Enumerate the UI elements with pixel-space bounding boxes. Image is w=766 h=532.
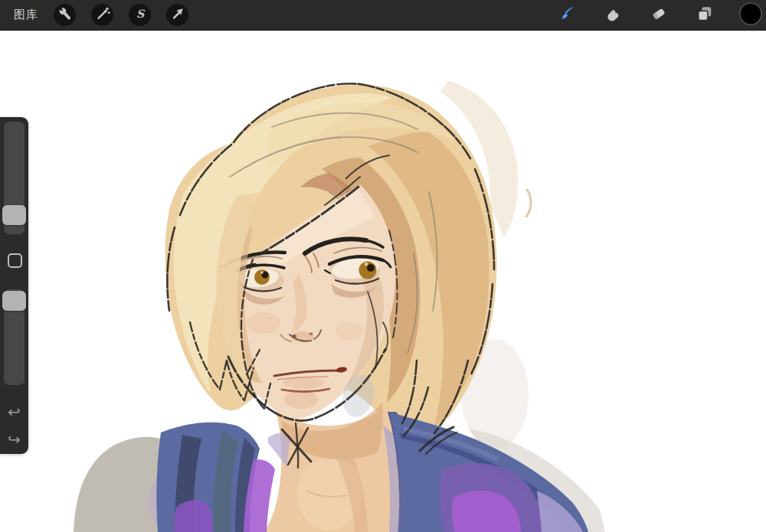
paintbrush-icon (557, 4, 577, 27)
undo-icon: ↩ (8, 404, 21, 419)
adjustments-button[interactable] (91, 4, 113, 26)
move-arrow-icon (169, 5, 186, 25)
svg-text:S: S (136, 7, 145, 19)
brush-sidebar: ↩ ↪ (0, 117, 28, 454)
brush-size-handle[interactable] (2, 205, 26, 225)
color-button[interactable] (741, 5, 761, 25)
redo-button[interactable]: ↪ (0, 428, 28, 451)
toolbar-left-group: 图库 (0, 4, 188, 26)
selection-s-icon: S (132, 5, 149, 25)
drawing-canvas[interactable] (0, 31, 766, 532)
layers-icon (695, 4, 715, 27)
modify-button[interactable] (8, 253, 22, 268)
undo-button[interactable]: ↩ (0, 400, 28, 423)
artwork-portrait (0, 31, 766, 532)
transform-button[interactable] (166, 4, 188, 26)
redo-icon: ↪ (8, 432, 21, 447)
layers-button[interactable] (695, 5, 715, 25)
gallery-button[interactable]: 图库 (14, 8, 38, 22)
selection-button[interactable]: S (129, 4, 151, 26)
paint-tool-button[interactable] (557, 5, 577, 25)
eraser-icon (649, 4, 669, 27)
actions-button[interactable] (54, 4, 76, 26)
brush-opacity-handle[interactable] (2, 291, 26, 311)
smudge-finger-icon (603, 4, 623, 27)
magic-wand-icon (94, 5, 111, 25)
erase-tool-button[interactable] (649, 5, 669, 25)
top-toolbar: 图库 (0, 0, 766, 31)
toolbar-right-group (557, 5, 766, 25)
smudge-tool-button[interactable] (603, 5, 623, 25)
color-swatch-icon (738, 2, 763, 29)
wrench-icon (57, 5, 74, 25)
